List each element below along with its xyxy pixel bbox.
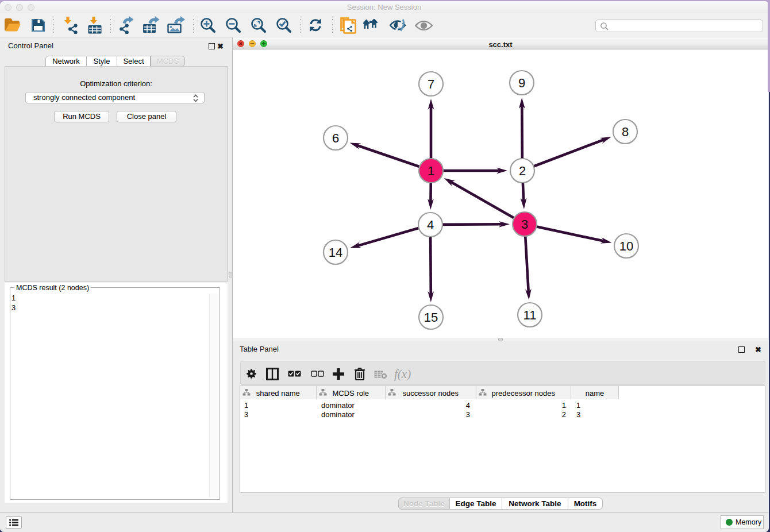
svg-text:7: 7 bbox=[428, 77, 434, 91]
svg-text:9: 9 bbox=[518, 76, 525, 90]
svg-text:4: 4 bbox=[427, 218, 434, 232]
svg-text:3: 3 bbox=[521, 217, 528, 232]
svg-text:6: 6 bbox=[332, 131, 339, 145]
svg-text:1: 1 bbox=[428, 164, 434, 178]
svg-text:2: 2 bbox=[519, 164, 526, 178]
svg-text:14: 14 bbox=[329, 245, 342, 260]
svg-text:8: 8 bbox=[622, 125, 629, 139]
svg-text:10: 10 bbox=[619, 239, 633, 253]
svg-text:11: 11 bbox=[523, 308, 537, 322]
svg-text:15: 15 bbox=[424, 310, 438, 325]
